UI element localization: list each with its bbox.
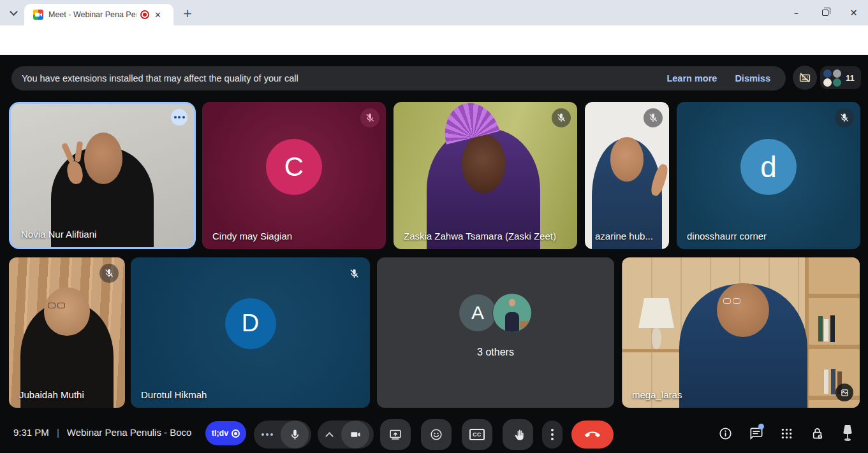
overflow-participants-tile[interactable]: A 3 others xyxy=(377,257,614,408)
mic-off-icon xyxy=(104,268,114,278)
participant-name: mega_laras xyxy=(632,389,682,400)
mini-avatar xyxy=(823,69,832,78)
reactions-button[interactable] xyxy=(421,419,452,450)
tab-search-button[interactable] xyxy=(5,4,22,21)
lamp-stem xyxy=(847,434,848,438)
face xyxy=(610,137,644,181)
participants-count-chip[interactable]: 11 xyxy=(820,66,861,89)
lock-icon xyxy=(810,426,825,441)
tab-close-button[interactable]: ✕ xyxy=(154,10,161,20)
minimize-button[interactable]: – xyxy=(782,0,811,25)
participant-count: 11 xyxy=(846,73,855,83)
favicon-camera-lens xyxy=(40,13,42,17)
smiley-icon xyxy=(429,428,443,442)
restore-button[interactable] xyxy=(811,0,839,25)
participant-name: Cindy may Siagian xyxy=(212,231,292,241)
participant-name: Durotul Hikmah xyxy=(141,389,207,400)
chevron-down-icon xyxy=(10,8,18,16)
mic-off-icon xyxy=(839,113,850,123)
book xyxy=(824,319,828,342)
mic-off-icon xyxy=(349,268,360,279)
activities-button[interactable] xyxy=(779,424,794,442)
call-control-bar: 9:31 PM | Webinar Pena Penulis - Boco tl… xyxy=(0,414,868,453)
raise-hand-button[interactable] xyxy=(503,419,533,450)
participant-tile-cindy[interactable]: C Cindy may Siagian xyxy=(202,102,386,249)
end-call-button[interactable] xyxy=(571,421,614,449)
divider: | xyxy=(57,427,59,438)
meeting-details-button[interactable] xyxy=(717,424,733,442)
mic-off-icon xyxy=(556,113,566,123)
record-dot xyxy=(234,432,237,435)
grid-view-off-button[interactable] xyxy=(793,66,817,90)
more-vert-icon xyxy=(551,429,554,440)
hand-icon xyxy=(511,428,525,442)
host-controls-button[interactable] xyxy=(809,424,825,442)
chevron-up-icon[interactable] xyxy=(325,432,334,440)
mic-off-icon xyxy=(648,113,658,123)
glasses xyxy=(723,298,740,304)
present-icon xyxy=(388,428,402,442)
participant-tile-dinosshaurr[interactable]: d dinosshaurr corner xyxy=(677,102,860,249)
participant-tile-durotul[interactable]: D Durotul Hikmah xyxy=(131,257,370,408)
tab-strip: Meet - Webinar Pena Penuli ✕ + – ✕ xyxy=(0,0,868,25)
others-count-label: 3 others xyxy=(377,347,614,358)
camera-control xyxy=(318,421,374,449)
extensions-notification-banner: You have extensions installed that may a… xyxy=(11,66,786,90)
participant-tile-mega-laras[interactable]: mega_laras xyxy=(622,257,860,408)
info-icon xyxy=(718,426,733,441)
browser-tab[interactable]: Meet - Webinar Pena Penuli ✕ xyxy=(24,4,173,25)
participant-name: dinosshaurr corner xyxy=(687,231,767,241)
lamp-shade xyxy=(843,425,852,434)
microphone-button[interactable] xyxy=(281,421,309,449)
more-options-button[interactable] xyxy=(542,421,563,449)
lamp-overlay-button[interactable] xyxy=(840,424,855,442)
mic-off-badge xyxy=(835,108,854,127)
avatar: A xyxy=(459,294,496,331)
audio-options-button[interactable] xyxy=(254,433,281,436)
captions-button[interactable]: CC xyxy=(462,419,492,450)
mini-avatar xyxy=(833,78,841,87)
lamp-base xyxy=(652,328,661,349)
meeting-title: Webinar Pena Penulis - Boco xyxy=(67,427,201,438)
person-head xyxy=(509,299,516,306)
dismiss-button[interactable]: Dismiss xyxy=(735,73,770,83)
close-window-button[interactable]: ✕ xyxy=(839,0,868,25)
chat-notification-dot xyxy=(758,424,764,429)
restore-icon xyxy=(822,10,828,16)
present-screen-button[interactable] xyxy=(380,419,411,450)
meet-call-area: You have extensions installed that may a… xyxy=(0,55,868,453)
videocam-icon xyxy=(349,428,362,441)
tldv-recording-badge[interactable]: tl;dv xyxy=(205,421,246,445)
browser-window: Meet - Webinar Pena Penuli ✕ + – ✕ ← → ↻… xyxy=(0,0,868,453)
avatar: d xyxy=(740,139,797,195)
learn-more-link[interactable]: Learn more xyxy=(666,73,717,83)
tile-options-button[interactable] xyxy=(171,109,188,126)
lamp-base xyxy=(844,438,851,441)
grid-off-icon xyxy=(798,71,812,85)
camera-button[interactable] xyxy=(341,421,369,449)
book xyxy=(818,316,823,342)
participant-tile-azarine[interactable]: azarine hub... xyxy=(585,102,669,249)
call-end-icon xyxy=(585,427,600,442)
mic-off-badge xyxy=(644,108,663,127)
participant-tile-jubaidah[interactable]: Jubaidah Muthi xyxy=(9,257,125,408)
mic-off-icon xyxy=(365,113,375,123)
lamp-shade xyxy=(638,298,674,328)
avatar-photo xyxy=(492,293,532,333)
participant-tile-zaskia[interactable]: Zaskia Zahwa Tsamara (Zaski Zeet) xyxy=(394,102,577,249)
chat-button[interactable] xyxy=(748,424,763,442)
glasses xyxy=(48,303,65,308)
participant-tile-novia[interactable]: Novia Nur Aliftiani xyxy=(9,102,196,249)
face xyxy=(84,133,122,184)
apps-grid-icon xyxy=(780,427,793,440)
record-icon xyxy=(232,429,240,438)
background-image-icon xyxy=(841,389,849,397)
new-tab-button[interactable]: + xyxy=(180,5,195,20)
browser-toolbar: ← → ↻ meet.google.com/jcq-kwjv-vfp ☆ xyxy=(0,25,868,55)
participant-name: Jubaidah Muthi xyxy=(19,389,84,400)
participant-name: azarine hub... xyxy=(595,231,653,241)
mic-control xyxy=(254,421,311,449)
favicon-camera-body xyxy=(35,13,40,17)
participant-name: Novia Nur Aliftiani xyxy=(21,229,96,240)
meeting-info: 9:31 PM | Webinar Pena Penulis - Boco xyxy=(13,427,201,438)
